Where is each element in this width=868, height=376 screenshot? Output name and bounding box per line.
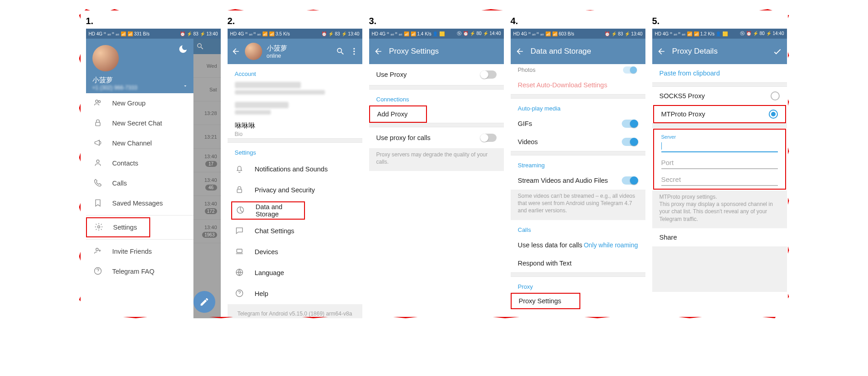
chat-list-dimmed: WedSat13:2813:2113:401713:404613:4017213…	[193, 39, 221, 318]
drawer-item-megaphone[interactable]: New Channel	[86, 133, 193, 153]
app-bar: Proxy Details	[652, 39, 787, 64]
lock-icon	[93, 118, 102, 129]
use-proxy-row[interactable]: Use Proxy	[369, 64, 504, 85]
megaphone-icon	[93, 138, 102, 149]
reset-auto-download-row[interactable]: Reset Auto-Download Settings	[511, 76, 645, 94]
avatar[interactable]	[245, 43, 262, 60]
respond-label: Respond with Text	[518, 260, 572, 267]
settings-item-laptop[interactable]: Devices	[228, 241, 362, 262]
app-bar: Data and Storage	[511, 39, 645, 64]
account-phone-blurred[interactable]	[235, 82, 301, 88]
bio-value: 咻咻咻	[235, 121, 255, 130]
expand-icon[interactable]	[183, 83, 188, 89]
bio-row[interactable]: 咻咻咻 Bio	[228, 120, 362, 138]
help-icon	[235, 289, 244, 299]
pie-icon	[236, 206, 245, 216]
add-proxy-label: Add Proxy	[377, 110, 408, 118]
compose-fab[interactable]	[193, 291, 215, 313]
back-icon[interactable]	[374, 47, 383, 56]
lock-icon	[235, 185, 244, 196]
mtproto-label: MTProto Proxy	[661, 110, 769, 118]
photos-row[interactable]: Photos	[511, 64, 645, 76]
back-icon[interactable]	[515, 47, 524, 56]
use-proxy-toggle[interactable]	[480, 70, 497, 79]
mtproto-row[interactable]: MTProto Proxy	[653, 105, 786, 123]
account-username-blurred[interactable]	[235, 102, 289, 108]
settings-item-pie[interactable]: Data and Storage	[231, 201, 305, 220]
port-input[interactable]: Port	[661, 157, 778, 169]
settings-item-lock[interactable]: Privacy and Security	[228, 180, 362, 201]
profile-app-bar: 小菠萝 online	[228, 39, 362, 64]
proxy-fields-group: Server Port Secret	[653, 129, 786, 190]
stream-row[interactable]: Stream Videos and Audio Files	[511, 171, 645, 190]
share-row[interactable]: Share	[652, 228, 787, 246]
photos-toggle[interactable]	[623, 66, 637, 73]
gifs-toggle[interactable]	[622, 120, 638, 128]
status-bar: HD 4G ᴴ ₐₗₗ ᴴ ₐₗₗ 📶 📶 1.2 K/s 👤 🟨 Ⓝ ⏰ ⚡ …	[652, 29, 787, 39]
use-proxy-calls-row[interactable]: Use proxy for calls	[369, 127, 504, 148]
videos-toggle[interactable]	[622, 138, 638, 146]
port-field[interactable]: Port	[654, 155, 785, 172]
search-icon[interactable]	[336, 47, 345, 56]
secret-field[interactable]: Secret	[654, 172, 785, 189]
confirm-icon[interactable]	[772, 46, 782, 56]
drawer-item-gear[interactable]: Settings	[86, 217, 151, 237]
connections-header: Connections	[369, 90, 504, 105]
settings-item-bell[interactable]: Notifications and Sounds	[228, 159, 362, 180]
drawer-item-bookmark[interactable]: Saved Messages	[86, 193, 193, 213]
drawer-item-label: Settings	[113, 224, 137, 231]
svg-point-0	[95, 100, 97, 102]
use-less-data-row[interactable]: Use less data for calls Only while roami…	[511, 236, 645, 254]
gifs-row[interactable]: GIFs	[511, 115, 645, 133]
proxy-settings-label: Proxy Settings	[519, 297, 562, 305]
use-proxy-calls-toggle[interactable]	[480, 134, 497, 142]
mtproto-radio[interactable]	[769, 110, 778, 119]
use-less-value: Only while roaming	[584, 241, 638, 249]
drawer-item-new-group[interactable]: New Group	[86, 93, 193, 113]
settings-item-chat[interactable]: Chat Settings	[228, 221, 362, 241]
socks5-radio[interactable]	[771, 91, 780, 100]
share-label: Share	[660, 234, 677, 241]
drawer-item-help[interactable]: Telegram FAQ	[86, 261, 193, 281]
bell-icon	[235, 164, 244, 175]
drawer-item-lock[interactable]: New Secret Chat	[86, 113, 193, 133]
more-icon[interactable]	[350, 47, 359, 56]
contact-icon	[93, 158, 102, 169]
secret-input[interactable]: Secret	[661, 174, 778, 186]
videos-row[interactable]: Videos	[511, 133, 645, 151]
drawer-items: New GroupNew Secret ChatNew ChannelConta…	[86, 93, 193, 281]
settings-item-help[interactable]: Help	[228, 283, 362, 304]
chat-icon	[235, 226, 244, 236]
drawer-username: 小菠萝	[92, 76, 187, 85]
paste-clipboard-row[interactable]: Paste from clipboard	[652, 64, 787, 82]
status-right: Ⓝ ⏰ ⚡ 80 ⚡ 14:40	[740, 30, 784, 37]
status-bar: HD 4G ᴴ ₐₗₗ ᴴ ₐₗₗ 📶 📶 3.5 K/s ⏰ ⚡ 83 ⚡ 1…	[228, 29, 362, 39]
drawer-phone: +1 (302) 966-7333	[92, 85, 187, 91]
drawer-item-label: Invite Friends	[112, 248, 152, 255]
stream-toggle[interactable]	[622, 176, 638, 185]
phone-frame-3: HD 4G ᴴ ₐₗₗ ᴴ ₐₗₗ 📶 📶 1.4 K/s 👤 🟨 Ⓝ ⏰ ⚡ …	[369, 29, 504, 318]
status-left: HD 4G ᴴ ₐₗₗ ᴴ ₐₗₗ 📶 📶 603 B/s	[513, 31, 574, 36]
night-mode-icon[interactable]	[178, 44, 188, 54]
add-proxy-row[interactable]: Add Proxy	[369, 105, 427, 123]
back-icon[interactable]	[657, 47, 666, 56]
status-left: HD 4G ᴴ ₐₗₗ ᴴ ₐₗₗ 📶 📶 1.2 K/s 👤 🟨	[655, 31, 728, 36]
proxy-settings-row[interactable]: Proxy Settings	[511, 293, 581, 309]
drawer-item-add-friend[interactable]: Invite Friends	[86, 241, 193, 261]
back-icon[interactable]	[231, 47, 240, 56]
server-field[interactable]: Server	[654, 132, 785, 155]
laptop-icon	[235, 247, 244, 257]
server-input[interactable]	[661, 140, 778, 152]
panel-4: 4. HD 4G ᴴ ₐₗₗ ᴴ ₐₗₗ 📶 📶 603 B/s ⏰ ⚡ 83 …	[511, 16, 645, 318]
stream-label: Stream Videos and Audio Files	[518, 177, 622, 184]
autoplay-header: Auto-play media	[511, 99, 645, 115]
respond-text-row[interactable]: Respond with Text	[511, 254, 645, 272]
avatar[interactable]	[92, 45, 119, 71]
socks5-row[interactable]: SOCKS5 Proxy	[652, 87, 787, 105]
settings-item-globe[interactable]: Language	[228, 262, 362, 283]
socks5-label: SOCKS5 Proxy	[660, 92, 771, 100]
status-right: ⏰ ⚡ 83 ⚡ 13:40	[180, 31, 218, 36]
drawer-item-phone[interactable]: Calls	[86, 173, 193, 193]
settings-item-label: Data and Storage	[256, 203, 297, 218]
drawer-item-contact[interactable]: Contacts	[86, 153, 193, 173]
